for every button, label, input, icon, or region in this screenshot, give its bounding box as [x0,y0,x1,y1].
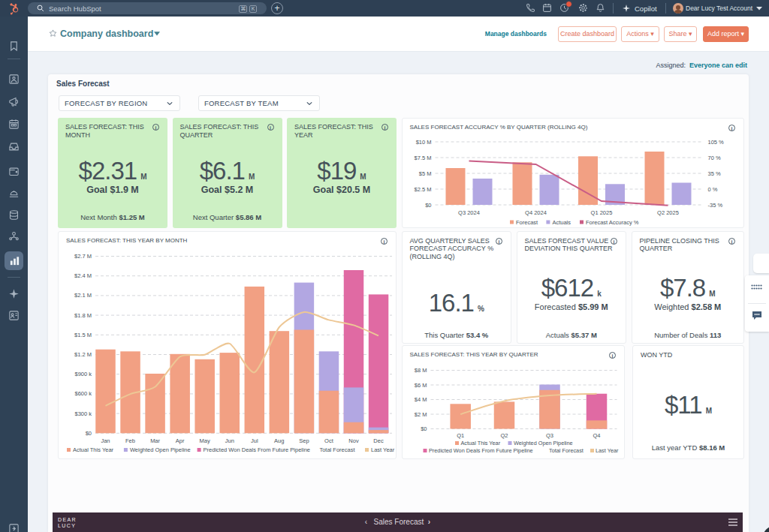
svg-text:Actual This Year: Actual This Year [460,440,500,446]
svg-text:Weighted Open Pipeline: Weighted Open Pipeline [514,440,573,446]
svg-text:Nov: Nov [348,437,359,443]
svg-text:Jan: Jan [101,437,110,443]
svg-text:$600 k: $600 k [74,390,92,397]
svg-text:Q1 2025: Q1 2025 [590,209,612,216]
svg-text:0 %: 0 % [707,186,717,193]
svg-text:$5 M: $5 M [418,170,431,177]
svg-text:Q3: Q3 [545,432,553,439]
svg-text:Q2 2025: Q2 2025 [657,209,679,216]
svg-text:$2.7 M: $2.7 M [74,253,92,260]
svg-text:$1.2 M: $1.2 M [74,351,92,358]
svg-text:$2.5 M: $2.5 M [414,186,431,193]
svg-text:Actual This Year: Actual This Year [73,446,114,453]
svg-text:Actuals: Actuals [552,219,571,226]
svg-text:Aug: Aug [274,437,284,443]
svg-text:Oct: Oct [324,437,334,443]
svg-text:Total Forecast: Total Forecast [319,446,355,453]
svg-text:$7.5 M: $7.5 M [414,155,431,161]
svg-text:$300 k: $300 k [74,410,92,416]
svg-text:$2.4 M: $2.4 M [74,272,92,279]
svg-text:Total Forecast: Total Forecast [549,447,584,454]
svg-text:-35 %: -35 % [707,202,722,209]
svg-text:May: May [200,437,210,443]
svg-text:Forecast Accuracy %: Forecast Accuracy % [586,219,639,226]
svg-text:70 %: 70 % [707,155,720,161]
svg-text:Weighted Open Pipeline: Weighted Open Pipeline [130,446,191,453]
svg-text:Jul: Jul [251,437,258,443]
svg-text:$2.1 M: $2.1 M [74,292,92,299]
svg-text:Predicted Won Deals From Futur: Predicted Won Deals From Future Pipeline [204,446,310,453]
svg-text:Q4 2024: Q4 2024 [525,209,547,216]
svg-text:Feb: Feb [125,437,135,443]
svg-text:$900 k: $900 k [74,371,92,377]
svg-text:$1.8 M: $1.8 M [74,311,92,318]
svg-text:$4 M: $4 M [414,396,427,403]
svg-text:Dec: Dec [373,437,384,443]
svg-text:Last Year: Last Year [596,447,619,454]
svg-text:$8 M: $8 M [414,367,427,374]
svg-text:Q1: Q1 [457,432,464,439]
svg-text:Jun: Jun [225,437,234,443]
svg-text:Forecast: Forecast [516,219,538,226]
svg-text:$10 M: $10 M [415,139,431,146]
svg-text:Q4: Q4 [593,432,600,439]
svg-text:Last Year: Last Year [371,446,395,453]
svg-text:35 %: 35 % [707,170,720,177]
svg-text:$2 M: $2 M [414,410,427,417]
svg-text:Predicted Won Deals From Futur: Predicted Won Deals From Future Pipeline [429,447,533,454]
svg-text:$0: $0 [425,202,431,209]
svg-text:Mar: Mar [150,437,160,443]
svg-text:Sep: Sep [299,437,309,443]
svg-text:Q3 2024: Q3 2024 [458,209,480,216]
svg-text:105 %: 105 % [707,139,724,146]
svg-text:$1.5 M: $1.5 M [74,331,92,338]
svg-text:$6 M: $6 M [414,381,427,388]
svg-text:Q2: Q2 [500,432,508,439]
svg-text:$0: $0 [421,425,427,432]
svg-text:$0: $0 [86,429,92,436]
svg-text:Apr: Apr [176,437,185,443]
